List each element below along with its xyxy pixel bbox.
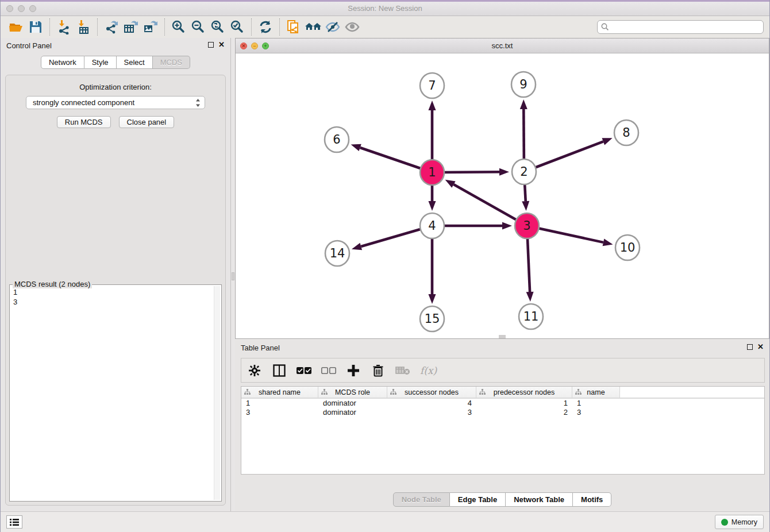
optimization-criterion-label: Optimization criterion:: [6, 83, 225, 91]
table-cell[interactable]: 3: [572, 408, 620, 417]
table-cell[interactable]: dominator: [318, 399, 387, 408]
tab-style[interactable]: Style: [84, 56, 117, 69]
graph-node-4[interactable]: 4: [420, 213, 444, 238]
graph-edge-arrow: [526, 292, 534, 302]
graph-node-2[interactable]: 2: [512, 159, 536, 184]
import-table-icon[interactable]: [74, 18, 93, 36]
zoom-selected-icon[interactable]: [228, 18, 247, 36]
close-panel-button[interactable]: Close panel: [119, 116, 175, 128]
tab-select[interactable]: Select: [117, 56, 153, 69]
graph-node-1[interactable]: 1: [420, 160, 444, 185]
graph-node-3[interactable]: 3: [515, 213, 539, 238]
app-window: Session: New Session: [0, 0, 770, 532]
list-icon: [10, 518, 19, 526]
tab-network[interactable]: Network: [41, 56, 84, 69]
tab-edge-table[interactable]: Edge Table: [450, 492, 506, 507]
graph-node-9[interactable]: 9: [511, 72, 536, 97]
table-cell[interactable]: 1: [241, 399, 318, 408]
delete-icon[interactable]: [371, 363, 386, 378]
table-header-row: shared nameMCDS rolesuccessor nodesprede…: [241, 387, 764, 399]
float-table-panel-icon[interactable]: [747, 344, 753, 350]
export-table-icon[interactable]: [121, 18, 141, 36]
import-network-icon[interactable]: [54, 18, 74, 36]
canvas-splitter-handle[interactable]: [499, 335, 506, 338]
graph-edge-arrow: [445, 180, 456, 188]
svg-text:9: 9: [519, 78, 527, 91]
graph-edge-arrow: [429, 201, 436, 211]
function-builder-icon[interactable]: f(x): [420, 365, 437, 376]
graph-node-6[interactable]: 6: [325, 127, 349, 152]
column-header-name[interactable]: name: [572, 387, 620, 398]
table-cell[interactable]: 4: [387, 399, 476, 408]
graph-node-11[interactable]: 11: [519, 304, 543, 329]
zoom-fit-icon[interactable]: [208, 18, 228, 36]
run-mcds-button[interactable]: Run MCDS: [57, 116, 111, 128]
table-cell[interactable]: 3: [387, 408, 476, 417]
close-panel-icon[interactable]: ✕: [218, 41, 225, 48]
split-view-icon[interactable]: [272, 363, 287, 378]
graph-node-14[interactable]: 14: [325, 241, 349, 266]
open-file-icon[interactable]: [6, 18, 26, 36]
network-window: ✕ − + scc.txt 7968124314101511: [235, 38, 769, 339]
float-panel-icon[interactable]: [208, 42, 214, 48]
mcds-result-text[interactable]: 1 3: [11, 286, 213, 500]
settings-gear-icon[interactable]: [247, 363, 262, 378]
graph-node-8[interactable]: 8: [614, 120, 638, 145]
graph-node-7[interactable]: 7: [420, 73, 444, 98]
zoom-out-icon[interactable]: [188, 18, 208, 36]
zoom-in-icon[interactable]: [169, 18, 188, 36]
svg-text:7: 7: [428, 79, 436, 92]
column-header-predecessor-nodes[interactable]: predecessor nodes: [476, 387, 572, 398]
tab-node-table[interactable]: Node Table: [393, 492, 450, 507]
node-table[interactable]: shared nameMCDS rolesuccessor nodesprede…: [241, 386, 765, 475]
select-all-icon[interactable]: [297, 363, 311, 378]
task-history-button[interactable]: [6, 515, 22, 529]
save-session-icon[interactable]: [26, 18, 45, 36]
tab-mcds[interactable]: MCDS: [153, 56, 190, 69]
export-image-icon[interactable]: [141, 18, 160, 36]
table-row[interactable]: 3dominator323: [241, 408, 764, 417]
graph-node-15[interactable]: 15: [420, 306, 444, 331]
network-title: scc.txt: [236, 41, 769, 50]
delete-table-icon[interactable]: [395, 363, 410, 378]
first-neighbors-icon[interactable]: [303, 18, 323, 36]
criterion-select[interactable]: strongly connected component: [26, 96, 205, 109]
graph-edge-arrow: [499, 168, 509, 176]
table-cell[interactable]: 1: [572, 399, 620, 408]
hide-selected-icon[interactable]: [323, 18, 342, 36]
graph-node-10[interactable]: 10: [615, 235, 640, 260]
graph-edge-arrow: [352, 243, 362, 250]
column-type-icon: [390, 389, 396, 395]
table-row[interactable]: 1dominator411: [241, 399, 764, 408]
close-table-panel-icon[interactable]: ✕: [757, 344, 764, 350]
svg-text:11: 11: [523, 310, 539, 323]
column-header-MCDS-role[interactable]: MCDS role: [318, 387, 387, 398]
column-type-icon: [575, 389, 582, 395]
table-cell[interactable]: 1: [476, 399, 572, 408]
table-cell[interactable]: 3: [241, 408, 318, 417]
tab-motifs[interactable]: Motifs: [573, 492, 611, 507]
control-panel-title: Control Panel: [6, 41, 52, 50]
table-cell[interactable]: dominator: [318, 408, 387, 417]
show-all-icon[interactable]: [342, 18, 362, 36]
tab-network-table[interactable]: Network Table: [506, 492, 573, 507]
control-panel-header: Control Panel ✕: [1, 38, 230, 53]
control-panel-tabs: NetworkStyleSelectMCDS: [1, 56, 230, 69]
memory-button[interactable]: Memory: [715, 515, 764, 529]
export-network-icon[interactable]: [102, 18, 121, 36]
column-header-shared-name[interactable]: shared name: [241, 387, 318, 398]
column-header-successor-nodes[interactable]: successor nodes: [387, 387, 476, 398]
toolbar-separator: [279, 18, 280, 36]
deselect-all-icon[interactable]: [321, 363, 336, 378]
add-column-icon[interactable]: [346, 363, 361, 378]
splitter-handle[interactable]: [232, 272, 234, 280]
graph-edge-arrow: [520, 99, 528, 109]
table-cell[interactable]: 2: [476, 408, 572, 417]
network-canvas[interactable]: 7968124314101511: [236, 53, 769, 338]
refresh-layout-icon[interactable]: [256, 18, 275, 36]
graph-edge-arrow: [522, 201, 529, 211]
panel-splitter[interactable]: [231, 38, 235, 511]
result-scrollbar[interactable]: [214, 286, 220, 500]
search-input[interactable]: [597, 20, 764, 34]
clone-network-icon[interactable]: [284, 18, 303, 36]
